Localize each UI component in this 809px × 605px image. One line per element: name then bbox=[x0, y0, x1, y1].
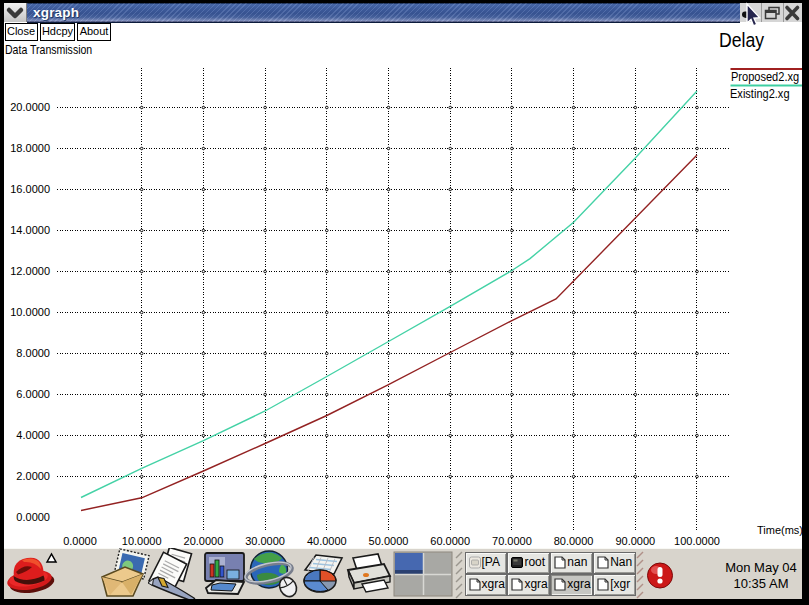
svg-text:0.0000: 0.0000 bbox=[16, 511, 50, 523]
svg-text:50.0000: 50.0000 bbox=[369, 535, 409, 547]
svg-text:40.0000: 40.0000 bbox=[307, 535, 347, 547]
svg-text:18.0000: 18.0000 bbox=[10, 142, 50, 154]
svg-text:4.0000: 4.0000 bbox=[16, 429, 50, 441]
svg-text:16.0000: 16.0000 bbox=[10, 183, 50, 195]
svg-text:60.0000: 60.0000 bbox=[430, 535, 470, 547]
svg-text:10.0000: 10.0000 bbox=[122, 535, 162, 547]
svg-text:100.0000: 100.0000 bbox=[674, 535, 720, 547]
svg-text:90.0000: 90.0000 bbox=[615, 535, 655, 547]
svg-text:14.0000: 14.0000 bbox=[10, 224, 50, 236]
svg-text:30.0000: 30.0000 bbox=[245, 535, 285, 547]
svg-text:12.0000: 12.0000 bbox=[10, 265, 50, 277]
svg-text:80.0000: 80.0000 bbox=[554, 535, 594, 547]
svg-text:6.0000: 6.0000 bbox=[16, 388, 50, 400]
svg-text:10.0000: 10.0000 bbox=[10, 306, 50, 318]
svg-text:20.0000: 20.0000 bbox=[10, 101, 50, 113]
svg-text:Time(ms): Time(ms) bbox=[757, 524, 803, 536]
svg-text:2.0000: 2.0000 bbox=[16, 470, 50, 482]
svg-text:8.0000: 8.0000 bbox=[16, 347, 50, 359]
svg-text:0.0000: 0.0000 bbox=[63, 535, 97, 547]
svg-text:70.0000: 70.0000 bbox=[492, 535, 532, 547]
svg-text:20.0000: 20.0000 bbox=[184, 535, 224, 547]
